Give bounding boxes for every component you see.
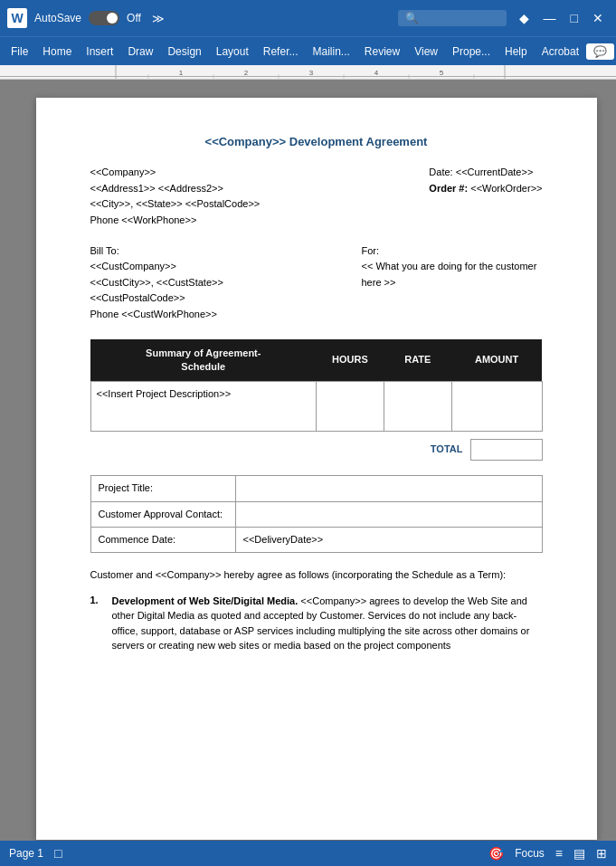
for-section: For: << What you are doing for the custo… (362, 243, 543, 323)
svg-text:5: 5 (440, 69, 444, 77)
total-row: TOTAL (90, 439, 543, 461)
commence-date-row: Commence Date: <<DeliveryDate>> (90, 528, 542, 553)
cust-city-state: <<CustCity>>, <<CustState>> (90, 275, 223, 291)
status-icon-1[interactable]: □ (54, 846, 62, 861)
commence-date-value: <<DeliveryDate>> (235, 528, 542, 553)
customer-approval-value (235, 501, 542, 527)
svg-text:3: 3 (309, 69, 314, 77)
section-1-content: Development of Web Site/Digital Media. <… (112, 594, 543, 653)
status-bar: Page 1 □ 🎯 Focus ≡ ▤ ⊞ (0, 841, 616, 866)
order-line: Order #: <<WorkOrder>> (429, 181, 542, 197)
total-value-box (470, 439, 543, 461)
autosave-state: Off (127, 12, 141, 24)
layout-icon-3[interactable]: ⊞ (596, 846, 607, 861)
address-block: <<Company>> <<Address1>> <<Address2>> <<… (90, 165, 543, 228)
svg-text:2: 2 (244, 69, 249, 77)
menu-draw[interactable]: Draw (120, 42, 160, 62)
menu-properties[interactable]: Prope... (445, 42, 498, 62)
date-order-block: Date: <<CurrentDate>> Order #: <<WorkOrd… (429, 165, 542, 228)
table-row: <<Insert Project Description>> (90, 382, 542, 432)
section-1-title: Development of Web Site/Digital Media. (112, 595, 299, 606)
section-1-company: <<Company>> (300, 595, 366, 606)
rate-cell (384, 382, 451, 432)
company-address1: <<Address1>> <<Address2>> (90, 181, 261, 197)
bill-to-label: Bill To: (90, 243, 223, 260)
document-title: <<Company>> Development Agreement (90, 134, 543, 150)
project-title-row: Project Title: (90, 476, 542, 501)
company-city-state: <<City>>, <<State>> <<PostalCode>> (90, 196, 261, 213)
status-bar-right: 🎯 Focus ≡ ▤ ⊞ (488, 846, 607, 861)
info-table: Project Title: Customer Approval Contact… (90, 475, 543, 553)
table-header-schedule: Summary of Agreement-Schedule (90, 339, 317, 382)
svg-text:4: 4 (374, 69, 379, 77)
focus-icon[interactable]: 🎯 (488, 846, 504, 861)
section-1-number: 1. (90, 594, 105, 653)
company-name: <<Company>> (90, 165, 261, 181)
for-label: For: (362, 243, 543, 260)
cust-company: <<CustCompany>> (90, 259, 223, 275)
table-header-rate: RATE (384, 339, 451, 382)
autosave-label: AutoSave (34, 12, 81, 24)
menu-design[interactable]: Design (160, 42, 208, 62)
focus-label[interactable]: Focus (515, 847, 545, 860)
order-label: Order #: (429, 183, 468, 194)
search-input[interactable] (398, 10, 507, 26)
table-header-hours: HOURS (317, 339, 384, 382)
menu-home[interactable]: Home (35, 42, 79, 62)
menu-references[interactable]: Refer... (256, 42, 306, 62)
company-address: <<Company>> <<Address1>> <<Address2>> <<… (90, 165, 261, 228)
layout-icon-1[interactable]: ≡ (555, 846, 563, 861)
commence-date-label: Commence Date: (90, 528, 235, 553)
menu-bar-right: 💬 ✏️ Editing ▾ (586, 43, 616, 61)
quick-access-arrows[interactable]: ≫ (152, 12, 165, 25)
total-label: TOTAL (398, 439, 470, 461)
date-line: Date: <<CurrentDate>> (429, 165, 542, 181)
project-title-label: Project Title: (90, 476, 235, 501)
diamond-icon[interactable]: ◆ (514, 7, 535, 29)
date-label: Date: (429, 167, 452, 177)
hours-cell (317, 382, 384, 432)
comment-button[interactable]: 💬 (586, 43, 614, 60)
ruler: 1 2 3 4 5 (0, 65, 616, 80)
amount-cell (451, 382, 542, 432)
menu-insert[interactable]: Insert (79, 42, 120, 62)
menu-mailings[interactable]: Mailin... (305, 42, 356, 62)
company-phone: Phone <<WorkPhone>> (90, 213, 261, 229)
svg-text:1: 1 (179, 69, 184, 77)
title-bar: W AutoSave Off ≫ ◆ — □ ✕ (0, 0, 616, 36)
table-header-amount: AMOUNT (451, 339, 542, 382)
close-button[interactable]: ✕ (587, 7, 609, 29)
menu-review[interactable]: Review (357, 42, 407, 62)
project-title-value (235, 476, 542, 501)
page-indicator: Page 1 (9, 847, 43, 860)
customer-approval-row: Customer Approval Contact: (90, 501, 542, 527)
svg-rect-0 (0, 76, 616, 77)
cust-postal: <<CustPostalCode>> (90, 290, 223, 307)
cust-phone: Phone <<CustWorkPhone>> (90, 307, 223, 323)
menu-help[interactable]: Help (498, 42, 535, 62)
document-page: <<Company>> Development Agreement <<Comp… (36, 98, 597, 840)
section-1: 1. Development of Web Site/Digital Media… (90, 594, 543, 653)
bill-to-section: Bill To: <<CustCompany>> <<CustCity>>, <… (90, 243, 223, 323)
menu-file[interactable]: File (4, 42, 35, 62)
menu-view[interactable]: View (407, 42, 445, 62)
layout-icon-2[interactable]: ▤ (573, 846, 585, 861)
menu-layout[interactable]: Layout (209, 42, 256, 62)
customer-approval-label: Customer Approval Contact: (90, 501, 235, 527)
project-description-cell: <<Insert Project Description>> (90, 382, 317, 432)
maximize-button[interactable]: □ (565, 7, 583, 29)
window-controls: ◆ — □ ✕ (514, 7, 609, 29)
body-text: Customer and <<Company>> hereby agree as… (90, 567, 543, 583)
summary-table: Summary of Agreement-Schedule HOURS RATE… (90, 339, 543, 433)
order-value: <<WorkOrder>> (470, 183, 542, 194)
date-value: <<CurrentDate>> (456, 167, 534, 177)
minimize-button[interactable]: — (538, 7, 562, 29)
left-margin (0, 80, 16, 841)
page-container: <<Company>> Development Agreement <<Comp… (16, 80, 616, 841)
bill-block: Bill To: <<CustCompany>> <<CustCity>>, <… (90, 243, 543, 323)
menu-bar: File Home Insert Draw Design Layout Refe… (0, 36, 616, 65)
word-icon: W (7, 8, 27, 28)
menu-acrobat[interactable]: Acrobat (535, 42, 586, 62)
autosave-toggle[interactable] (89, 11, 119, 25)
for-description: << What you are doing for the customer h… (362, 259, 543, 290)
